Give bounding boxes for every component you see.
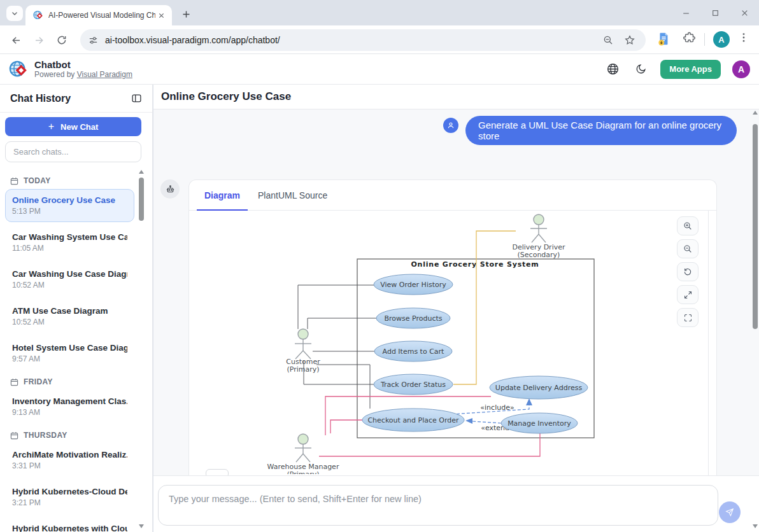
robot-icon [165,184,176,195]
chat-item-hybrid-k8s-cloud[interactable]: Hybrid Kubernetes-Cloud De... 3:21 PM [5,480,134,514]
browser-tab[interactable]: AI-Powered Visual Modeling Ch [25,5,172,25]
usecase-checkout-and-place-order: Checkout and Place Order [362,409,464,431]
reset-view-button[interactable] [677,262,699,281]
window-close-icon[interactable] [730,0,759,25]
bot-message-avatar [160,179,180,199]
window-maximize-icon[interactable] [700,0,730,25]
main-scrollbar[interactable] [752,109,758,532]
chat-area: Generate a UML Use Case Diagram for an o… [153,109,759,475]
url-bar[interactable]: ai-toolbox.visual-paradigm.com/app/chatb… [80,29,646,51]
favicon-visual-paradigm [33,10,43,20]
sidebar-title: Chat History [10,93,71,104]
window-controls [671,0,759,25]
svg-text:Checkout and Place Order: Checkout and Place Order [367,416,459,424]
chevron-down-icon [10,9,19,18]
chat-item-inventory[interactable]: Inventory Management Clas... 9:13 AM [5,390,134,423]
calendar-icon [10,177,18,185]
include-relation: «include» [451,398,532,414]
svg-text:«include»: «include» [480,403,514,412]
tab-plantuml-source[interactable]: PlantUML Source [250,180,335,210]
zoom-out-button[interactable] [677,239,699,258]
composer-bar [153,475,759,532]
extensions-puzzle-icon[interactable] [683,31,696,45]
chat-item-car-washing-diagram[interactable]: Car Washing Use Case Diagr... 10:52 AM [5,263,134,296]
back-button[interactable] [8,32,24,48]
svg-text:Online Grocery Store System: Online Grocery Store System [411,260,539,269]
diagram-canvas[interactable]: Online Grocery Store System [189,211,716,475]
chat-item-hotel[interactable]: Hotel System Use Case Diagr... 9:57 AM [5,337,134,370]
response-tabbar: Diagram PlantUML Source [189,180,716,211]
expand-button[interactable] [677,285,699,304]
collapse-panel-icon[interactable] [131,93,142,104]
user-message-bubble: Generate a UML Use Case Diagram for an o… [465,116,737,145]
toolbar-divider [704,33,705,46]
scroll-down-arrow[interactable] [139,524,144,528]
app-header: Chatbot Powered by Visual Paradigm More … [0,54,759,85]
reload-button[interactable] [53,32,70,48]
docs-extension-icon[interactable] [656,31,671,46]
fullscreen-button[interactable] [677,308,699,327]
chat-item-archimate[interactable]: ArchiMate Motivation Realiz... 3:31 PM [5,444,134,477]
tab-search-button[interactable] [6,6,23,21]
svg-text:(Primary): (Primary) [287,470,319,474]
main-scrollbar-thumb[interactable] [753,124,758,329]
send-plane-icon [725,507,735,517]
sidebar-scrollbar-thumb[interactable] [139,178,144,221]
conversation-title: Online Grocery Use Case [153,85,759,109]
new-tab-button[interactable] [178,6,194,22]
svg-text:Update Delivery Address: Update Delivery Address [495,384,583,392]
powered-by: Powered by Visual Paradigm [34,70,132,79]
user-message-avatar [443,118,458,133]
svg-text:Track Order Status: Track Order Status [380,381,446,389]
visual-paradigm-link[interactable]: Visual Paradigm [77,70,132,79]
chat-history-sidebar: Chat History + New Chat TODAY Online Gro… [0,85,153,532]
chat-item-car-washing-system[interactable]: Car Washing System Use Case 11:05 AM [5,226,134,259]
scroll-up-arrow[interactable] [753,111,758,115]
calendar-icon [10,431,18,440]
svg-text:(Secondary): (Secondary) [518,251,560,259]
section-label-today: TODAY [10,176,134,185]
customer-associations [298,285,376,409]
tab-close-icon[interactable] [155,10,167,21]
browser-titlebar: AI-Powered Visual Modeling Ch [0,0,759,25]
chat-item-atm[interactable]: ATM Use Case Diagram 10:52 AM [5,300,134,333]
svg-text:View Order History: View Order History [380,281,446,289]
svg-text:Browse Products: Browse Products [384,314,442,323]
user-account-avatar[interactable]: A [732,60,750,78]
dark-mode-moon-icon[interactable] [632,61,649,78]
forward-button[interactable] [31,32,47,48]
new-chat-button[interactable]: + New Chat [5,117,141,136]
search-chats-input[interactable] [5,141,141,162]
chat-item-online-grocery[interactable]: Online Grocery Use Case 5:13 PM [5,189,134,222]
main-panel: Online Grocery Use Case Generate a UML U… [153,85,759,532]
scroll-up-arrow[interactable] [139,170,144,174]
svg-text:Add Items to Cart: Add Items to Cart [383,347,445,356]
sidebar-scrollbar[interactable] [138,169,145,532]
language-globe-icon[interactable] [604,61,621,78]
bookmark-star-icon[interactable] [624,34,635,46]
url-text: ai-toolbox.visual-paradigm.com/app/chatb… [105,35,602,45]
chat-item-hybrid-k8s[interactable]: Hybrid Kubernetes with Clou... [5,517,134,532]
usecase-browse-products: Browse Products [376,308,450,328]
zoom-out-page-icon[interactable] [602,34,614,46]
browser-profile-avatar[interactable]: A [713,31,730,48]
section-label-thursday: THURSDAY [10,431,134,440]
site-settings-icon[interactable] [88,35,99,46]
usecase-view-order-history: View Order History [374,274,453,295]
zoom-in-button[interactable] [677,216,699,235]
scroll-down-arrow[interactable] [753,524,758,528]
app-logo [9,60,28,79]
usecase-add-items-to-cart: Add Items to Cart [374,341,452,361]
diagram-viewport-edge [708,211,709,475]
tab-title: AI-Powered Visual Modeling Ch [48,11,155,20]
section-label-friday: FRIDAY [10,377,134,386]
diagram-zoom-indicator-cutoff [206,469,229,475]
more-apps-button[interactable]: More Apps [660,60,721,79]
delivery-driver-association [453,231,516,384]
message-input[interactable] [158,485,718,526]
browser-menu-kebab-icon[interactable] [737,31,750,44]
send-button[interactable] [719,501,741,523]
calendar-icon [10,378,18,386]
window-minimize-icon[interactable] [671,0,700,25]
tab-diagram[interactable]: Diagram [197,180,248,210]
